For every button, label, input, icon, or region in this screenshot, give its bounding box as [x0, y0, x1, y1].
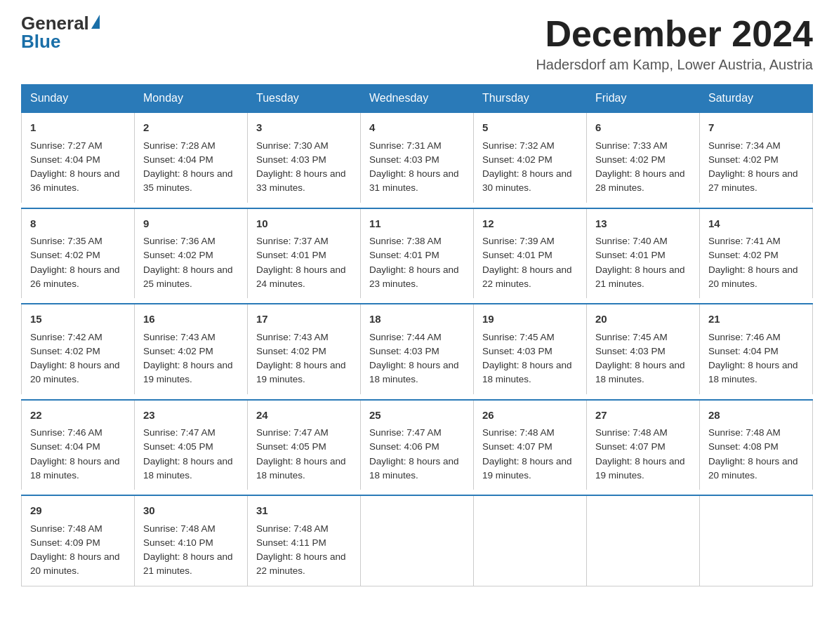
calendar-day-cell: 15Sunrise: 7:42 AMSunset: 4:02 PMDayligh… — [22, 304, 135, 394]
day-number: 26 — [482, 408, 578, 424]
day-number: 27 — [595, 408, 691, 424]
sunset-text: Sunset: 4:02 PM — [708, 248, 804, 262]
sunset-text: Sunset: 4:02 PM — [708, 153, 804, 167]
sunrise-text: Sunrise: 7:48 AM — [595, 426, 691, 440]
day-number: 16 — [143, 311, 239, 328]
daylight-text: Daylight: 8 hours and 20 minutes. — [708, 263, 804, 292]
sunrise-text: Sunrise: 7:46 AM — [708, 330, 804, 344]
daylight-text: Daylight: 8 hours and 18 minutes. — [256, 455, 352, 483]
logo-general-text: General — [21, 14, 89, 32]
day-number: 10 — [256, 216, 352, 232]
calendar-day-cell: 22Sunrise: 7:46 AMSunset: 4:04 PMDayligh… — [22, 400, 135, 490]
day-number: 15 — [30, 311, 126, 328]
sunrise-text: Sunrise: 7:41 AM — [708, 234, 804, 248]
sunrise-text: Sunrise: 7:47 AM — [256, 426, 352, 440]
daylight-text: Daylight: 8 hours and 20 minutes. — [708, 455, 804, 483]
calendar-week-row: 22Sunrise: 7:46 AMSunset: 4:04 PMDayligh… — [22, 400, 813, 490]
sunrise-text: Sunrise: 7:48 AM — [143, 522, 239, 536]
sunset-text: Sunset: 4:02 PM — [30, 344, 126, 358]
day-number: 17 — [256, 311, 352, 328]
sunrise-text: Sunrise: 7:43 AM — [256, 330, 352, 344]
calendar-day-cell: 20Sunrise: 7:45 AMSunset: 4:03 PMDayligh… — [587, 304, 700, 394]
sunset-text: Sunset: 4:04 PM — [30, 153, 126, 167]
calendar-day-cell: 7Sunrise: 7:34 AMSunset: 4:02 PMDaylight… — [700, 112, 813, 203]
calendar-day-cell: 13Sunrise: 7:40 AMSunset: 4:01 PMDayligh… — [587, 208, 700, 299]
logo: General Blue — [21, 14, 100, 51]
daylight-text: Daylight: 8 hours and 19 minutes. — [482, 455, 578, 483]
sunrise-text: Sunrise: 7:43 AM — [143, 330, 239, 344]
daylight-text: Daylight: 8 hours and 18 minutes. — [30, 455, 126, 483]
sunset-text: Sunset: 4:06 PM — [369, 440, 465, 454]
day-number: 18 — [369, 311, 465, 328]
day-number: 30 — [143, 503, 239, 519]
sunrise-text: Sunrise: 7:44 AM — [369, 330, 465, 344]
sunrise-text: Sunrise: 7:47 AM — [369, 426, 465, 440]
header-saturday: Saturday — [700, 85, 813, 113]
sunset-text: Sunset: 4:01 PM — [595, 248, 691, 262]
sunrise-text: Sunrise: 7:35 AM — [30, 234, 126, 248]
calendar-day-cell: 9Sunrise: 7:36 AMSunset: 4:02 PMDaylight… — [135, 208, 248, 299]
calendar-table: Sunday Monday Tuesday Wednesday Thursday… — [21, 84, 813, 586]
sunrise-text: Sunrise: 7:47 AM — [143, 426, 239, 440]
day-number: 12 — [482, 216, 578, 232]
sunrise-text: Sunrise: 7:30 AM — [256, 139, 352, 153]
daylight-text: Daylight: 8 hours and 18 minutes. — [595, 358, 691, 387]
calendar-day-cell: 17Sunrise: 7:43 AMSunset: 4:02 PMDayligh… — [248, 304, 361, 394]
calendar-day-cell: 4Sunrise: 7:31 AMSunset: 4:03 PMDaylight… — [361, 112, 474, 203]
daylight-text: Daylight: 8 hours and 25 minutes. — [143, 263, 239, 292]
calendar-day-cell: 28Sunrise: 7:48 AMSunset: 4:08 PMDayligh… — [700, 400, 813, 490]
sunset-text: Sunset: 4:01 PM — [256, 248, 352, 262]
calendar-day-cell: 27Sunrise: 7:48 AMSunset: 4:07 PMDayligh… — [587, 400, 700, 490]
calendar-day-cell: 11Sunrise: 7:38 AMSunset: 4:01 PMDayligh… — [361, 208, 474, 299]
daylight-text: Daylight: 8 hours and 24 minutes. — [256, 263, 352, 292]
sunset-text: Sunset: 4:03 PM — [369, 344, 465, 358]
day-number: 2 — [143, 120, 239, 136]
daylight-text: Daylight: 8 hours and 27 minutes. — [708, 167, 804, 196]
daylight-text: Daylight: 8 hours and 35 minutes. — [143, 167, 239, 196]
calendar-day-cell: 16Sunrise: 7:43 AMSunset: 4:02 PMDayligh… — [135, 304, 248, 394]
calendar-day-cell: 23Sunrise: 7:47 AMSunset: 4:05 PMDayligh… — [135, 400, 248, 490]
month-year-title: December 2024 — [536, 14, 813, 54]
sunrise-text: Sunrise: 7:48 AM — [708, 426, 804, 440]
calendar-day-cell: 2Sunrise: 7:28 AMSunset: 4:04 PMDaylight… — [135, 112, 248, 203]
sunrise-text: Sunrise: 7:40 AM — [595, 234, 691, 248]
sunrise-text: Sunrise: 7:34 AM — [708, 139, 804, 153]
sunset-text: Sunset: 4:03 PM — [369, 153, 465, 167]
daylight-text: Daylight: 8 hours and 26 minutes. — [30, 263, 126, 292]
calendar-week-row: 1Sunrise: 7:27 AMSunset: 4:04 PMDaylight… — [22, 112, 813, 203]
spacer-row — [22, 203, 813, 208]
header: General Blue December 2024 Hadersdorf am… — [21, 14, 813, 73]
header-sunday: Sunday — [22, 85, 135, 113]
calendar-day-cell: 21Sunrise: 7:46 AMSunset: 4:04 PMDayligh… — [700, 304, 813, 394]
header-monday: Monday — [135, 85, 248, 113]
sunrise-text: Sunrise: 7:27 AM — [30, 139, 126, 153]
spacer-row — [22, 298, 813, 304]
calendar-day-cell: 31Sunrise: 7:48 AMSunset: 4:11 PMDayligh… — [248, 495, 361, 586]
location-subtitle: Hadersdorf am Kamp, Lower Austria, Austr… — [536, 57, 813, 73]
sunrise-text: Sunrise: 7:32 AM — [482, 139, 578, 153]
sunset-text: Sunset: 4:05 PM — [256, 440, 352, 454]
sunset-text: Sunset: 4:04 PM — [143, 153, 239, 167]
day-number: 4 — [369, 120, 465, 136]
sunrise-text: Sunrise: 7:33 AM — [595, 139, 691, 153]
day-number: 9 — [143, 216, 239, 232]
sunset-text: Sunset: 4:03 PM — [256, 153, 352, 167]
sunset-text: Sunset: 4:05 PM — [143, 440, 239, 454]
sunset-text: Sunset: 4:03 PM — [482, 344, 578, 358]
calendar-day-cell: 19Sunrise: 7:45 AMSunset: 4:03 PMDayligh… — [474, 304, 587, 394]
title-area: December 2024 Hadersdorf am Kamp, Lower … — [536, 14, 813, 73]
calendar-day-cell — [361, 495, 474, 586]
sunset-text: Sunset: 4:02 PM — [30, 248, 126, 262]
calendar-day-cell: 12Sunrise: 7:39 AMSunset: 4:01 PMDayligh… — [474, 208, 587, 299]
sunset-text: Sunset: 4:04 PM — [708, 344, 804, 358]
day-number: 20 — [595, 311, 691, 328]
day-number: 25 — [369, 408, 465, 424]
sunset-text: Sunset: 4:04 PM — [30, 440, 126, 454]
day-number: 24 — [256, 408, 352, 424]
daylight-text: Daylight: 8 hours and 19 minutes. — [143, 358, 239, 387]
daylight-text: Daylight: 8 hours and 18 minutes. — [369, 455, 465, 483]
sunset-text: Sunset: 4:08 PM — [708, 440, 804, 454]
sunrise-text: Sunrise: 7:45 AM — [482, 330, 578, 344]
sunset-text: Sunset: 4:02 PM — [595, 153, 691, 167]
day-number: 23 — [143, 408, 239, 424]
